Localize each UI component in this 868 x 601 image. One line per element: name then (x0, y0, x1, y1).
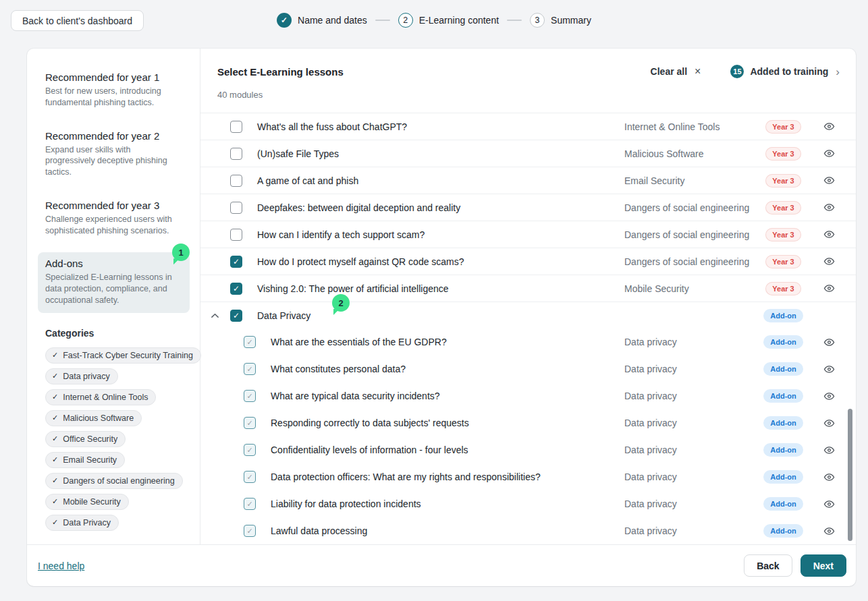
badge-cell: Add-on (751, 443, 815, 457)
preview-eye-icon[interactable] (823, 445, 835, 456)
preview-eye-icon[interactable] (823, 121, 835, 132)
added-to-training-link[interactable]: 15 Added to training › (730, 65, 840, 78)
preview-eye-icon[interactable] (823, 525, 835, 537)
eye-cell (815, 256, 842, 267)
lesson-checkbox[interactable]: ✓ (244, 471, 256, 483)
category-chip-label: Internet & Online Tools (63, 393, 148, 402)
lesson-row: A game of cat and phishEmail SecurityYea… (200, 167, 856, 194)
preview-eye-icon[interactable] (823, 471, 835, 483)
page-title: Select E-Learning lessons (217, 66, 344, 78)
lesson-checkbox[interactable]: ✓ (244, 525, 256, 537)
lesson-checkbox[interactable]: ✓ (230, 310, 242, 322)
top-bar: Back to client's dashboard ✓Name and dat… (0, 0, 868, 49)
category-chip-email-security[interactable]: ✓Email Security (45, 452, 125, 468)
preview-eye-icon[interactable] (823, 283, 835, 294)
sidebar-item-recommended-for-year-3[interactable]: Recommended for year 3Challenge experien… (38, 194, 190, 244)
step-connector (375, 20, 390, 21)
badge-cell: Year 3 (751, 201, 815, 214)
notification-bubble: 1 (172, 244, 190, 261)
back-to-dashboard-button[interactable]: Back to client's dashboard (11, 10, 144, 31)
lesson-checkbox[interactable] (230, 202, 242, 214)
help-link[interactable]: I need help (38, 561, 84, 571)
plan-description: Best for new users, introducing fundamen… (45, 86, 182, 109)
eye-cell (815, 471, 842, 483)
chevron-up-icon[interactable] (211, 313, 230, 318)
lesson-checkbox[interactable]: ✓ (244, 390, 256, 402)
preview-eye-icon[interactable] (823, 337, 835, 348)
step-label: Summary (551, 15, 591, 26)
eye-cell (815, 175, 842, 186)
preview-eye-icon[interactable] (823, 175, 835, 186)
eye-cell (815, 391, 842, 402)
preview-eye-icon[interactable] (823, 202, 835, 213)
preview-eye-icon[interactable] (823, 364, 835, 375)
back-button[interactable]: Back (744, 554, 792, 577)
clear-all-button[interactable]: Clear all × (651, 66, 701, 77)
lesson-checkbox[interactable]: ✓ (244, 363, 256, 375)
addon-badge: Add-on (763, 470, 803, 484)
lesson-checkbox[interactable]: ✓ (244, 336, 256, 348)
wizard-card: Recommended for year 1Best for new users… (27, 49, 856, 586)
plan-title: Recommended for year 3 (45, 200, 182, 211)
check-icon: ✓ (52, 393, 58, 401)
addon-badge: Add-on (763, 443, 803, 457)
preview-eye-icon[interactable] (823, 148, 835, 159)
year-badge: Year 3 (765, 120, 801, 134)
sidebar-item-add-ons[interactable]: Add-onsSpecialized E-Learning lessons in… (38, 252, 190, 312)
lesson-title: Confidentiality levels of information - … (271, 445, 624, 455)
badge-cell: Year 3 (751, 174, 815, 188)
lesson-checkbox[interactable]: ✓ (230, 256, 242, 268)
card-body: Recommended for year 1Best for new users… (27, 49, 856, 544)
card-footer: I need help Back Next (27, 544, 856, 586)
sidebar-item-recommended-for-year-2[interactable]: Recommended for year 2Expand user skills… (38, 125, 190, 185)
categories-title: Categories (45, 328, 200, 339)
lesson-checkbox[interactable] (230, 229, 242, 241)
lesson-checkbox[interactable] (230, 121, 242, 133)
badge-cell: Add-on (751, 389, 815, 403)
category-chip-fast-track-cyber-security-training[interactable]: ✓Fast-Track Cyber Security Training (45, 347, 201, 364)
preview-eye-icon[interactable] (823, 229, 835, 240)
badge-cell: Add-on (751, 497, 815, 511)
preview-eye-icon[interactable] (823, 498, 835, 510)
category-chip-data-privacy[interactable]: ✓Data Privacy (45, 515, 119, 531)
badge-cell: Add-on (751, 524, 815, 538)
lesson-checkbox[interactable]: ✓ (230, 283, 242, 295)
lesson-checkbox[interactable]: ✓ (244, 444, 256, 456)
badge-cell: Year 3 (751, 228, 815, 241)
next-button[interactable]: Next (801, 554, 846, 577)
lesson-row: (Un)safe File TypesMalicious SoftwareYea… (200, 140, 856, 167)
category-chip-malicious-software[interactable]: ✓Malicious Software (45, 410, 142, 426)
addon-badge: Add-on (763, 497, 803, 511)
lesson-title: Responding correctly to data subjects' r… (271, 418, 624, 428)
lesson-checkbox[interactable]: ✓ (244, 417, 256, 429)
check-icon: ✓ (277, 13, 292, 28)
lesson-title: What constitutes personal data? (271, 364, 624, 374)
check-icon: ✓ (52, 372, 58, 380)
step-e-learning-content[interactable]: 2E-Learning content (398, 13, 499, 28)
preview-eye-icon[interactable] (823, 256, 835, 267)
badge-cell: Year 3 (751, 255, 815, 268)
sidebar-item-recommended-for-year-1[interactable]: Recommended for year 1Best for new users… (38, 66, 190, 115)
check-icon: ✓ (52, 351, 58, 360)
lesson-category: Data privacy (624, 525, 751, 536)
category-chip-mobile-security[interactable]: ✓Mobile Security (45, 494, 129, 510)
plan-title: Recommended for year 2 (45, 130, 182, 142)
preview-eye-icon[interactable] (823, 418, 835, 429)
category-chip-label: Data privacy (63, 372, 109, 381)
step-number: 2 (398, 13, 413, 28)
category-chip-office-security[interactable]: ✓Office Security (45, 431, 126, 447)
x-icon[interactable]: × (695, 66, 701, 77)
preview-eye-icon[interactable] (823, 391, 835, 402)
lesson-checkbox[interactable] (230, 175, 242, 187)
lesson-checkbox[interactable]: ✓ (244, 498, 256, 510)
category-chip-internet-online-tools[interactable]: ✓Internet & Online Tools (45, 389, 156, 405)
main-content: Select E-Learning lessons Clear all × 15… (200, 49, 856, 544)
step-summary[interactable]: 3Summary (530, 13, 591, 28)
badge-cell: Year 3 (751, 147, 815, 161)
lesson-checkbox[interactable] (230, 148, 242, 160)
lesson-category: Data privacy (624, 364, 751, 374)
step-name-and-dates[interactable]: ✓Name and dates (277, 13, 367, 28)
category-chip-dangers-of-social-engineering[interactable]: ✓Dangers of social engineering (45, 473, 183, 489)
category-chip-data-privacy[interactable]: ✓Data privacy (45, 368, 118, 384)
lesson-row: How can I identify a tech support scam?D… (200, 221, 856, 248)
